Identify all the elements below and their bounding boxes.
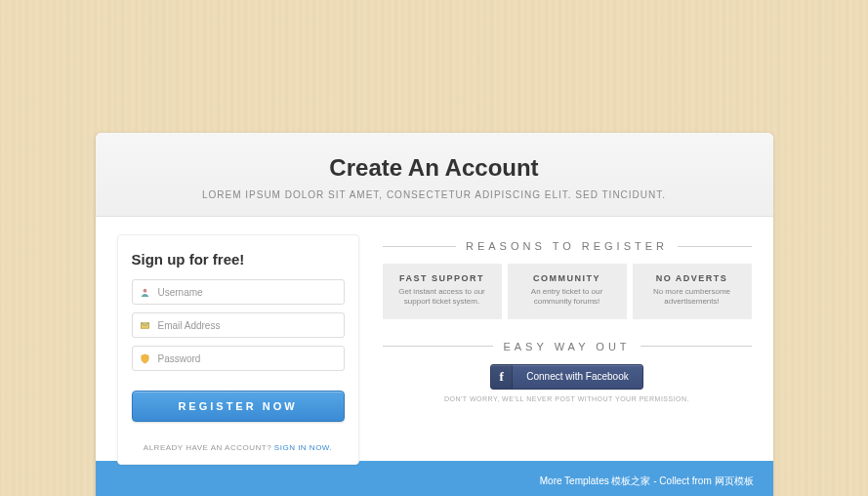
signup-heading: Sign up for free! <box>132 251 345 268</box>
divider <box>641 346 752 347</box>
easy-heading-wrap: EASY WAY OUT <box>383 341 752 352</box>
card-title: FAST SUPPORT <box>391 273 494 283</box>
right-column: REASONS TO REGISTER FAST SUPPORT Get ins… <box>383 238 752 437</box>
card-desc: No more cumbersome advertisements! <box>641 287 744 308</box>
svg-point-0 <box>144 288 147 292</box>
divider <box>383 346 494 347</box>
easy-heading: EASY WAY OUT <box>503 341 630 352</box>
username-field-wrap[interactable] <box>132 279 345 305</box>
footer-link-1[interactable]: 模板之家 <box>611 475 650 486</box>
register-button[interactable]: REGISTER NOW <box>132 391 345 422</box>
facebook-label: Connect with Facebook <box>513 371 642 382</box>
reason-cards: FAST SUPPORT Get instant access to our s… <box>383 264 752 319</box>
reason-card-noadverts: NO ADVERTS No more cumbersome advertisem… <box>633 264 752 319</box>
body: Sign up for free! REGISTER NOW <box>96 217 773 437</box>
password-input[interactable] <box>158 353 338 364</box>
reasons-heading-wrap: REASONS TO REGISTER <box>383 240 752 252</box>
facebook-button[interactable]: f Connect with Facebook <box>490 364 643 390</box>
account-panel: Create An Account LOREM IPSUM DOLOR SIT … <box>96 133 773 496</box>
card-desc: Get instant access to our support ticket… <box>391 287 494 308</box>
mail-icon <box>139 318 152 332</box>
divider <box>383 246 457 247</box>
facebook-icon: f <box>491 365 513 389</box>
password-field-wrap[interactable] <box>132 346 345 371</box>
facebook-note: DON'T WORRY, WE'LL NEVER POST WITHOUT YO… <box>383 395 752 402</box>
shield-icon <box>139 351 152 365</box>
footer-more: More Templates <box>540 475 612 486</box>
email-field-wrap[interactable] <box>132 312 345 338</box>
header: Create An Account LOREM IPSUM DOLOR SIT … <box>96 133 773 217</box>
reasons-heading: REASONS TO REGISTER <box>466 240 668 252</box>
sign-in-link[interactable]: SIGN IN NOW. <box>274 443 332 452</box>
card-title: COMMUNITY <box>516 273 619 283</box>
email-input[interactable] <box>158 320 338 331</box>
page-subtitle: LOREM IPSUM DOLOR SIT AMET, CONSECTETUR … <box>115 189 754 200</box>
reason-card-support: FAST SUPPORT Get instant access to our s… <box>383 264 502 319</box>
card-title: NO ADVERTS <box>641 273 744 283</box>
username-input[interactable] <box>158 287 338 298</box>
footer: More Templates 模板之家 - Collect from 网页模板 <box>96 461 773 496</box>
signup-card: Sign up for free! REGISTER NOW <box>117 234 359 465</box>
footer-link-2[interactable]: 网页模板 <box>715 475 754 486</box>
user-icon <box>139 285 152 299</box>
footer-sep: - Collect from <box>650 475 714 486</box>
already-prefix: ALREADY HAVE AN ACCOUNT? <box>144 443 274 452</box>
reason-card-community: COMMUNITY An entry ticket to our communi… <box>508 264 627 319</box>
already-have-account: ALREADY HAVE AN ACCOUNT? SIGN IN NOW. <box>132 443 345 452</box>
card-desc: An entry ticket to our community forums! <box>516 287 619 308</box>
divider <box>678 246 752 247</box>
facebook-wrap: f Connect with Facebook DON'T WORRY, WE'… <box>383 364 752 402</box>
page-title: Create An Account <box>115 154 754 182</box>
